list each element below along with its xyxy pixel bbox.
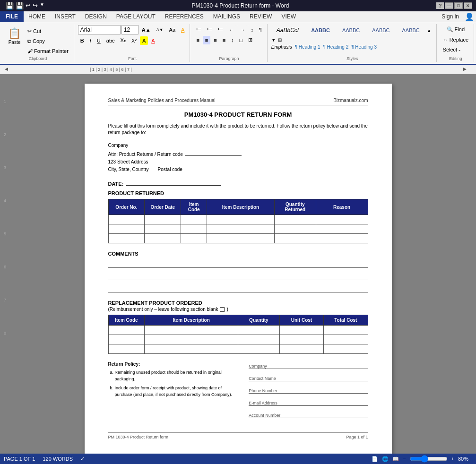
close-button[interactable]: ✕ (464, 2, 472, 9)
find-button[interactable]: 🔍 Find (441, 25, 471, 34)
zoom-out-button[interactable]: − (403, 456, 406, 462)
maximize-button[interactable]: □ (454, 2, 463, 9)
strikethrough-button[interactable]: abc (104, 36, 117, 45)
menu-file[interactable]: FILE (0, 11, 24, 22)
view-print-icon[interactable]: 📄 (372, 456, 378, 462)
account-icon[interactable]: 👤 (465, 12, 474, 21)
cell[interactable] (238, 326, 279, 335)
font-size-input[interactable] (121, 25, 138, 34)
cell[interactable] (274, 224, 316, 234)
proofing-icon[interactable]: ✓ (80, 456, 85, 462)
cell[interactable] (108, 215, 145, 224)
minimize-button[interactable]: — (445, 2, 453, 9)
quick-access-redo[interactable]: ↪ (33, 2, 38, 9)
comment-line-1[interactable] (108, 259, 368, 268)
view-read-icon[interactable]: 📖 (392, 456, 399, 462)
cell[interactable] (145, 326, 238, 335)
copy-button[interactable]: ⧉ Copy (25, 37, 71, 46)
zoom-in-button[interactable]: + (451, 456, 454, 462)
italic-button[interactable]: I (87, 36, 94, 45)
contact-account-field[interactable]: Account Number (249, 411, 368, 418)
style-emphasis-label[interactable]: Emphasis (271, 44, 292, 50)
cell[interactable] (145, 224, 181, 234)
style-heading1-alt[interactable]: AABBC (337, 26, 365, 35)
help-button[interactable]: ? (436, 2, 444, 9)
style-heading3[interactable]: AABBC (397, 26, 425, 35)
format-painter-button[interactable]: 🖌 Format Painter (25, 47, 71, 55)
show-marks-button[interactable]: ¶ (257, 26, 264, 34)
cell[interactable] (274, 215, 316, 224)
increase-indent-button[interactable]: → (237, 26, 247, 34)
borders-button[interactable]: ⊞ (246, 35, 255, 44)
select-button[interactable]: Select - (441, 45, 463, 54)
style-normal[interactable]: AaBbCcI (271, 25, 304, 35)
menu-home[interactable]: HOME (24, 11, 50, 22)
zoom-slider[interactable] (410, 457, 448, 461)
zoom-level[interactable]: 80% (458, 456, 472, 462)
decrease-indent-button[interactable]: ← (226, 26, 236, 34)
cell[interactable] (238, 335, 279, 344)
align-right-button[interactable]: ≡ (211, 36, 219, 44)
cell[interactable] (145, 344, 238, 354)
cell[interactable] (181, 215, 207, 224)
date-input-field[interactable] (126, 179, 221, 186)
cell[interactable] (324, 326, 368, 335)
cell[interactable] (207, 224, 275, 234)
quick-access-more[interactable]: ▼ (40, 2, 44, 9)
menu-references[interactable]: REFERENCES (160, 11, 208, 22)
view-web-icon[interactable]: 🌐 (382, 456, 389, 462)
cell[interactable] (181, 224, 207, 234)
cell[interactable] (108, 234, 145, 243)
cell[interactable] (324, 335, 368, 344)
cell[interactable] (145, 215, 181, 224)
sign-in-button[interactable]: Sign in (436, 11, 465, 22)
contact-company-field[interactable]: Company (249, 361, 368, 369)
quick-access-save[interactable]: 💾 (16, 2, 24, 9)
cell[interactable] (108, 224, 145, 234)
menu-mailings[interactable]: MAILINGS (208, 11, 245, 22)
cell[interactable] (274, 234, 316, 243)
cell[interactable] (316, 234, 368, 243)
bullets-button[interactable]: ≔ (194, 25, 204, 34)
font-grow-button[interactable]: A▲ (139, 26, 153, 34)
cell[interactable] (238, 344, 279, 354)
contact-name-field[interactable]: Contact Name (249, 374, 368, 381)
multilevel-button[interactable]: ≔ (216, 25, 225, 34)
cell[interactable] (207, 215, 275, 224)
menu-insert[interactable]: INSERT (50, 11, 80, 22)
sort-button[interactable]: ↕ (248, 26, 256, 34)
menu-design[interactable]: DESIGN (80, 11, 112, 22)
line-spacing-button[interactable]: ↕ (229, 36, 236, 44)
subscript-button[interactable]: X₂ (118, 36, 128, 45)
contact-email-field[interactable]: E-mail Address (249, 398, 368, 406)
align-left-button[interactable]: ≡ (194, 36, 201, 44)
styles-expand[interactable]: ⊞ (278, 37, 282, 43)
clear-format-button[interactable]: A (179, 26, 187, 34)
underline-button[interactable]: U (95, 36, 103, 45)
quick-access-undo[interactable]: ↩ (26, 2, 31, 9)
menu-view[interactable]: VIEW (277, 11, 301, 22)
align-center-button[interactable]: ≡ (203, 36, 210, 44)
replace-button[interactable]: ↔ Replace (441, 35, 471, 44)
cell[interactable] (279, 335, 323, 344)
menu-review[interactable]: REVIEW (245, 11, 277, 22)
cut-button[interactable]: ✂ Cut (25, 27, 71, 36)
cell[interactable] (145, 335, 238, 344)
return-code-field[interactable] (185, 149, 242, 156)
style-h3-label[interactable]: ¶ Heading 3 (351, 44, 377, 50)
style-heading2[interactable]: AABBC (367, 26, 395, 35)
cell[interactable] (316, 215, 368, 224)
justify-button[interactable]: ≡ (220, 36, 228, 44)
font-color-button[interactable]: A (149, 36, 157, 45)
cell[interactable] (279, 344, 323, 354)
style-h2-label[interactable]: ¶ Heading 2 (323, 44, 348, 50)
cell[interactable] (108, 344, 145, 354)
contact-phone-field[interactable]: Phone Number (249, 386, 368, 394)
comment-line-3[interactable] (108, 284, 368, 292)
menu-page-layout[interactable]: PAGE LAYOUT (112, 11, 160, 22)
font-shrink-button[interactable]: A▼ (154, 26, 166, 34)
comment-line-2[interactable] (108, 272, 368, 280)
styles-scroll-up[interactable]: ▲ (427, 28, 432, 33)
cell[interactable] (181, 234, 207, 243)
style-h1-label[interactable]: ¶ Heading 1 (295, 44, 320, 50)
